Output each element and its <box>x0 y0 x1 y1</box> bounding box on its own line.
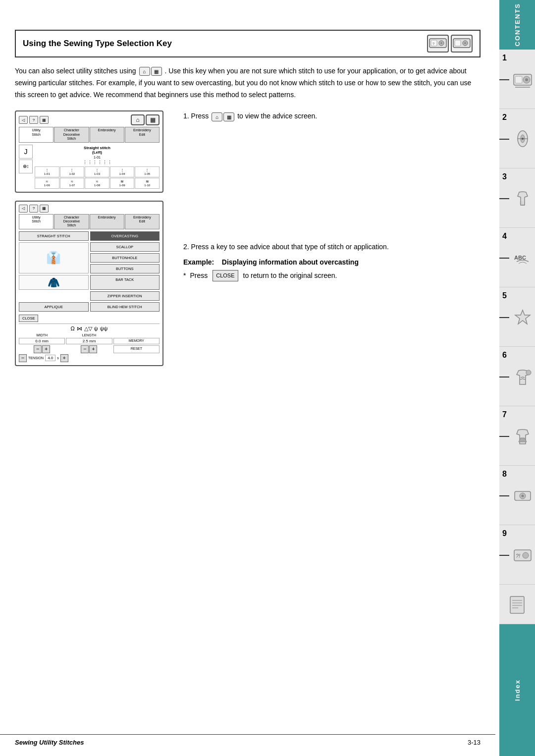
example-label: Example: <box>183 258 214 266</box>
tension-minus[interactable]: − <box>19 354 27 362</box>
screen2-plus-minus: − + − + RESET <box>19 345 160 353</box>
screen1-type-icon1[interactable]: ⌂ <box>131 114 145 125</box>
sidebar-tab-contents[interactable]: CONTENTS <box>499 0 535 50</box>
sidebar-tab-6[interactable]: — 6 <box>499 347 535 406</box>
sidebar-tab-3[interactable]: — 3 <box>499 168 535 228</box>
screen1-stitch-label: Straight stitch(Left) <box>35 146 160 155</box>
stitch-item-108[interactable]: ≈1-08 <box>85 178 109 189</box>
screen2-preview-icon[interactable]: ▦ <box>40 205 49 213</box>
tab8-icon <box>510 483 535 508</box>
length-minus[interactable]: − <box>81 345 89 353</box>
screen2-tab-embroidery[interactable]: Embroidery <box>90 214 124 229</box>
inline-icon-2: ▦ <box>151 67 162 76</box>
stitch-item-105[interactable]: ⋮1-05 <box>135 166 160 177</box>
footer-title: Sewing Utility Stitches <box>15 739 84 746</box>
close-button-inline[interactable]: CLOSE <box>213 270 238 281</box>
screen1-stitch-icon-j: J <box>19 145 33 159</box>
svg-text:?!: ?! <box>516 553 520 559</box>
tab-number-3: 3 <box>502 172 507 181</box>
stitch-item-106[interactable]: ≈1-06 <box>35 178 59 189</box>
sidebar-tab-5[interactable]: — 5 <box>499 287 535 347</box>
screen2-btn-bartack[interactable]: BAR TACK <box>90 275 160 290</box>
screen2-btn-buttonhole[interactable]: BUTTONHOLE <box>90 253 160 263</box>
stitch-item-103[interactable]: ⋮1-03 <box>85 166 109 177</box>
tab6-icon <box>510 364 535 389</box>
screen2-btn-straight[interactable]: STRAIGHT STITCH <box>19 231 89 241</box>
reset-btn[interactable]: RESET <box>113 345 160 353</box>
screen1-type-icon2[interactable]: ▦ <box>146 114 160 125</box>
machine-icon-1: ? <box>427 35 449 53</box>
step2: 2. Press a key to see advice about that … <box>183 241 481 282</box>
tab1-icon <box>510 67 535 92</box>
icon-needle2: ψψ <box>100 325 108 332</box>
memory-btn[interactable]: MEMORY <box>113 338 160 344</box>
stitch-item-110[interactable]: ≋1-10 <box>135 178 160 189</box>
screen2-btn-blindhem[interactable]: BLIND HEM STITCH <box>90 302 160 312</box>
pattern3: ⋮ <box>93 160 97 165</box>
bullet-cont: to return to the original screen. <box>243 270 337 282</box>
svg-point-17 <box>522 494 524 497</box>
screen2-values: 0.0 mm 2.5 mm MEMORY <box>19 338 160 344</box>
screen2-tab-edit[interactable]: EmbroideryEdit <box>125 214 160 229</box>
bullet-text: Press <box>190 270 208 282</box>
svg-marker-13 <box>515 310 530 324</box>
stitch-item-109[interactable]: ≋1-09 <box>110 178 135 189</box>
icon-zigzag: △▽ <box>84 325 92 332</box>
tension-s: s <box>57 356 59 360</box>
tab-dash-8: — <box>499 489 509 501</box>
stitch-item-104[interactable]: ⋮1-04 <box>110 166 135 177</box>
step1-icon-2: ▦ <box>223 112 234 121</box>
width-minus[interactable]: − <box>34 345 42 353</box>
screen2-back-icon[interactable]: ◁ <box>19 205 28 213</box>
screen1-tab-edit[interactable]: EmbroideryEdit <box>125 127 160 142</box>
screen1-preview-icon[interactable]: ▦ <box>40 116 49 124</box>
screen2-btn-scallop[interactable]: SCALLOP <box>90 242 160 252</box>
screen1-stitch-pattern-row: ⋮ ⋮ ⋮ ⋮ ⋮ ⋮ <box>35 160 160 165</box>
sidebar-tab-9[interactable]: — ?! 9 <box>499 525 535 585</box>
screen2-help-icon[interactable]: ? <box>29 205 38 213</box>
screen2-buttons-grid: STRAIGHT STITCH OVERCASTING SCALLOP 👔 BU… <box>19 231 160 312</box>
sidebar-tab-1[interactable]: — 1 <box>499 50 535 109</box>
length-pm: − + <box>66 345 112 353</box>
screen2-btn-applique[interactable]: APPLIQUE <box>19 302 89 312</box>
screen2-tab-utility[interactable]: UtilityStitch <box>19 214 54 229</box>
screen1-content: J ⊕↕ Straight stitch(Left) 1-01 ⋮ ⋮ ⋮ ⋮ <box>19 145 160 189</box>
screen1-tab-utility[interactable]: UtilityStitch <box>19 127 54 142</box>
length-plus[interactable]: + <box>89 345 97 353</box>
step1: 1. Press ⌂ ▦ to view the advice screen. <box>183 110 481 122</box>
svg-point-34 <box>464 42 466 44</box>
sidebar-tab-7[interactable]: — 7 <box>499 406 535 466</box>
stitch-item-107[interactable]: ≈1-07 <box>60 178 85 189</box>
screen2-close-button[interactable]: CLOSE <box>19 315 38 322</box>
stitch-item-102[interactable]: ⋮1-02 <box>60 166 85 177</box>
svg-text:?: ? <box>432 42 434 46</box>
main-content: Using the Sewing Type Selection Key ? <box>0 20 495 391</box>
bullet-item: * Press CLOSE to return to the original … <box>183 270 481 282</box>
screen1-tab-character[interactable]: CharacterDecorativeStitch <box>54 127 89 142</box>
screen2-tension-row: − TENSION 4.0 s + <box>19 354 160 362</box>
tab3-icon <box>510 186 535 211</box>
two-column-layout: ◁ ? ▦ ⌂ ▦ UtilityStitch CharacterDecorat… <box>15 110 481 366</box>
screen1-stitch-grid: ⋮1-01 ⋮1-02 ⋮1-03 ⋮1-04 ⋮1-05 ≈1-06 ≈1-0… <box>35 166 160 189</box>
tab-dash-6: — <box>499 371 509 382</box>
screen1-back-icon[interactable]: ◁ <box>19 116 28 124</box>
tab-number-7: 7 <box>502 410 507 419</box>
icon-needle1: ψ <box>94 325 98 332</box>
pattern1: ⋮ <box>83 160 87 165</box>
screen1-help-icon[interactable]: ? <box>29 116 38 124</box>
stitch-item-101[interactable]: ⋮1-01 <box>35 166 59 177</box>
sidebar-tab-2[interactable]: — 2 <box>499 109 535 168</box>
screen2-nav-tabs: UtilityStitch CharacterDecorativeStitch … <box>19 214 160 229</box>
screen2-btn-buttons[interactable]: BUTTONS <box>90 264 160 273</box>
tension-plus[interactable]: + <box>60 354 68 362</box>
sidebar-tab-index[interactable]: Index <box>499 624 535 756</box>
screen2-tab-character[interactable]: CharacterDecorativeStitch <box>54 214 89 229</box>
sidebar-tab-8[interactable]: — 8 <box>499 466 535 525</box>
sidebar-tab-4[interactable]: — ABC 4 <box>499 228 535 287</box>
screen2-btn-overcasting[interactable]: OVERCASTING <box>90 231 160 241</box>
screen1-tab-embroidery[interactable]: Embroidery <box>90 127 124 142</box>
sidebar-tab-notes[interactable] <box>499 585 535 624</box>
tab-number-8: 8 <box>502 470 507 479</box>
width-plus[interactable]: + <box>42 345 50 353</box>
screen2-btn-zipper[interactable]: ZIPPER INSERTION <box>90 291 160 301</box>
